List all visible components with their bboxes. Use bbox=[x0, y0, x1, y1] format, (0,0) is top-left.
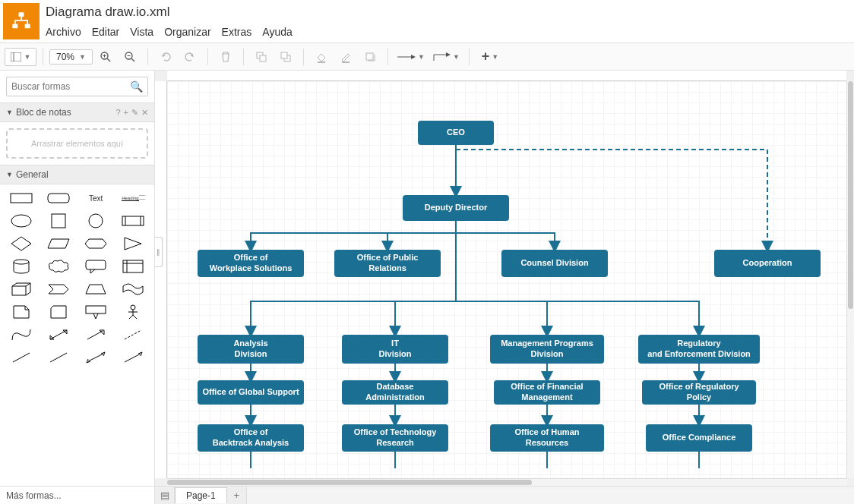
shape-line[interactable] bbox=[10, 350, 33, 365]
shape-step[interactable] bbox=[47, 282, 70, 297]
app-logo[interactable] bbox=[3, 3, 40, 39]
node-compliance[interactable]: Office Compliance bbox=[646, 424, 752, 452]
svg-line-45 bbox=[125, 354, 141, 362]
shape-line2[interactable] bbox=[47, 350, 70, 365]
general-title: General bbox=[16, 169, 49, 180]
shape-internal-storage[interactable] bbox=[122, 259, 144, 274]
add-page-icon[interactable]: + bbox=[227, 487, 247, 505]
menu-help[interactable]: Ayuda bbox=[262, 26, 292, 38]
to-front-icon[interactable] bbox=[250, 46, 273, 68]
node-ceo[interactable]: CEO bbox=[418, 121, 494, 145]
shape-cylinder[interactable] bbox=[10, 259, 33, 274]
shape-card[interactable] bbox=[47, 304, 70, 320]
fill-color-icon[interactable] bbox=[310, 46, 333, 68]
shape-cube[interactable] bbox=[10, 282, 33, 297]
scrollbar-horizontal[interactable] bbox=[167, 478, 846, 486]
shadow-icon[interactable] bbox=[359, 46, 381, 68]
insert-dropdown[interactable]: +▼ bbox=[476, 46, 504, 68]
shape-bidir-arrow[interactable] bbox=[47, 327, 70, 342]
node-hr[interactable]: Office of Human Resources bbox=[490, 424, 604, 452]
node-office-workplace[interactable]: Office of Workplace Solutions bbox=[198, 250, 304, 277]
shape-bidir-thin[interactable] bbox=[84, 350, 107, 365]
zoom-dropdown[interactable]: 70% ▼ bbox=[49, 49, 93, 65]
node-office-pr[interactable]: Office of Public Relations bbox=[334, 250, 441, 277]
shape-tape[interactable] bbox=[122, 282, 144, 297]
to-back-icon[interactable] bbox=[274, 46, 297, 68]
help-icon[interactable]: ? bbox=[115, 108, 120, 118]
search-input[interactable] bbox=[11, 81, 130, 92]
zoom-in-icon[interactable] bbox=[94, 46, 117, 68]
node-tech-research[interactable]: Office of Technology Research bbox=[342, 424, 448, 452]
shape-callout2[interactable] bbox=[84, 304, 107, 320]
node-deputy[interactable]: Deputy Director bbox=[403, 195, 509, 221]
node-regulatory[interactable]: Regulatory and Enforcement Division bbox=[638, 335, 760, 364]
shape-arrow-thin[interactable] bbox=[122, 350, 144, 365]
node-fin-mgmt[interactable]: Office of Financial Management bbox=[494, 380, 600, 405]
canvas[interactable]: CEO Deputy Director Office of Workplace … bbox=[167, 81, 846, 478]
menu-extras[interactable]: Extras bbox=[222, 26, 252, 38]
shape-dashed-line[interactable] bbox=[122, 327, 144, 342]
shape-rounded-rect[interactable] bbox=[47, 191, 70, 206]
delete-icon[interactable] bbox=[214, 46, 237, 68]
canvas-area: CEO Deputy Director Office of Workplace … bbox=[155, 71, 854, 486]
menu-view[interactable]: Vista bbox=[130, 26, 153, 38]
node-analysis[interactable]: Analysis Division bbox=[198, 335, 304, 364]
shape-square[interactable] bbox=[47, 213, 70, 228]
close-icon[interactable]: ✕ bbox=[141, 108, 148, 118]
undo-icon[interactable] bbox=[154, 46, 177, 68]
shape-trapezoid[interactable] bbox=[84, 282, 107, 297]
page-tab-1[interactable]: Page-1 bbox=[175, 487, 227, 503]
main: 🔍 ▼ Bloc de notas ? + ✎ ✕ Arrastrar elem… bbox=[0, 71, 854, 486]
node-reg-policy[interactable]: Office of Regulatory Policy bbox=[642, 380, 756, 405]
menu-edit[interactable]: Editar bbox=[92, 26, 120, 38]
node-cooperation[interactable]: Cooperation bbox=[714, 250, 821, 277]
node-backtrack[interactable]: Office of Backtrack Analysis bbox=[198, 424, 304, 452]
shape-triangle[interactable] bbox=[122, 236, 144, 251]
sidebar-splitter[interactable] bbox=[155, 237, 163, 267]
page-tabs: ▤ Page-1 + bbox=[155, 486, 854, 504]
node-it[interactable]: IT Division bbox=[342, 335, 448, 364]
scratchpad-header[interactable]: ▼ Bloc de notas ? + ✎ ✕ bbox=[0, 102, 154, 122]
search-shapes[interactable]: 🔍 bbox=[6, 77, 148, 96]
node-global-support[interactable]: Office of Global Support bbox=[198, 380, 304, 405]
edit-icon[interactable]: ✎ bbox=[131, 108, 138, 118]
shape-heading[interactable]: Heading━━━━━━━━ bbox=[122, 191, 144, 206]
scrollbar-vertical[interactable] bbox=[846, 81, 854, 478]
node-mgmt-programs[interactable]: Management Programs Division bbox=[490, 335, 604, 364]
shape-actor[interactable] bbox=[122, 304, 144, 320]
view-toggle[interactable]: ▼ bbox=[5, 48, 36, 66]
node-db-admin[interactable]: Database Administration bbox=[342, 380, 448, 405]
redo-icon[interactable] bbox=[179, 46, 201, 68]
shape-ellipse[interactable] bbox=[10, 213, 33, 228]
svg-rect-13 bbox=[260, 55, 266, 61]
page-menu-icon[interactable]: ▤ bbox=[155, 487, 175, 505]
add-icon[interactable]: + bbox=[124, 108, 128, 118]
shape-process[interactable] bbox=[122, 213, 144, 228]
svg-rect-29 bbox=[86, 260, 106, 269]
svg-rect-18 bbox=[366, 53, 373, 60]
more-shapes-button[interactable]: Más formas... bbox=[0, 486, 155, 504]
shape-rect[interactable] bbox=[10, 191, 33, 206]
toolbar: ▼ 70% ▼ ▼ ▼ +▼ bbox=[0, 43, 854, 71]
node-counsel[interactable]: Counsel Division bbox=[501, 250, 608, 277]
menu-file[interactable]: Archivo bbox=[46, 26, 81, 38]
shape-arrow[interactable] bbox=[84, 327, 107, 342]
connection-style-dropdown[interactable]: ▼ bbox=[394, 46, 428, 68]
shape-circle[interactable] bbox=[84, 213, 107, 228]
scratchpad-dropzone[interactable]: Arrastrar elementos aquí bbox=[6, 128, 148, 159]
zoom-out-icon[interactable] bbox=[119, 46, 141, 68]
shape-parallelogram[interactable] bbox=[47, 236, 70, 251]
shape-cloud[interactable] bbox=[47, 259, 70, 274]
general-shapes-header[interactable]: ▼ General bbox=[0, 165, 154, 184]
waypoint-style-dropdown[interactable]: ▼ bbox=[429, 46, 463, 68]
shape-text[interactable]: Text bbox=[84, 191, 107, 206]
shape-curve[interactable] bbox=[10, 327, 33, 342]
shape-diamond[interactable] bbox=[10, 236, 33, 251]
shape-callout[interactable] bbox=[84, 259, 107, 274]
shape-note[interactable] bbox=[10, 304, 33, 320]
document-title[interactable]: Diagrama draw.io.xml bbox=[46, 0, 854, 21]
menubar: Archivo Editar Vista Organizar Extras Ay… bbox=[46, 21, 854, 38]
menu-arrange[interactable]: Organizar bbox=[164, 26, 210, 38]
shape-hexagon[interactable] bbox=[84, 236, 107, 251]
line-color-icon[interactable] bbox=[334, 46, 357, 68]
